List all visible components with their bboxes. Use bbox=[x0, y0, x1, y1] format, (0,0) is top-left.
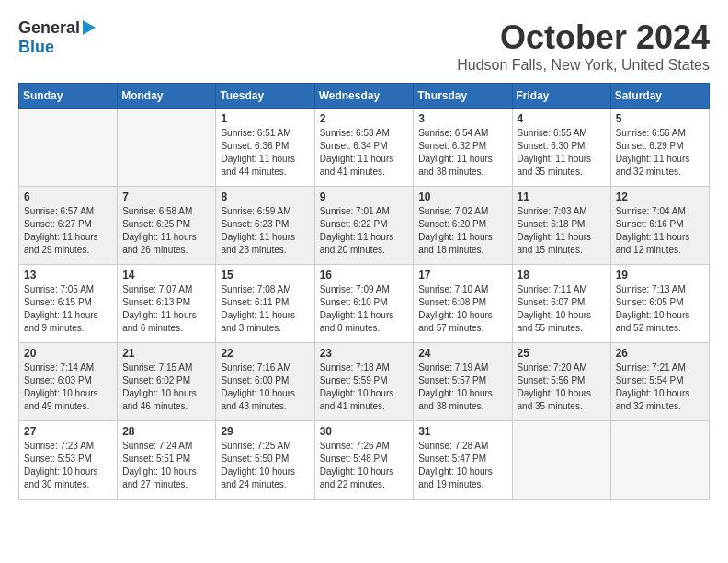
calendar-cell: 9Sunrise: 7:01 AMSunset: 6:22 PMDaylight… bbox=[314, 187, 414, 265]
daylight-text: Daylight: 10 hours and 43 minutes. bbox=[221, 387, 309, 413]
calendar-cell: 18Sunrise: 7:11 AMSunset: 6:07 PMDayligh… bbox=[512, 265, 610, 343]
calendar-cell: 8Sunrise: 6:59 AMSunset: 6:23 PMDaylight… bbox=[216, 187, 314, 265]
daylight-text: Daylight: 11 hours and 26 minutes. bbox=[122, 231, 210, 257]
day-info: Sunrise: 7:03 AMSunset: 6:18 PMDaylight:… bbox=[518, 205, 606, 257]
calendar-cell bbox=[118, 109, 216, 187]
day-info: Sunrise: 6:57 AMSunset: 6:27 PMDaylight:… bbox=[24, 205, 112, 257]
calendar-week-row: 6Sunrise: 6:57 AMSunset: 6:27 PMDaylight… bbox=[19, 187, 710, 265]
day-number: 6 bbox=[24, 190, 112, 203]
day-number: 13 bbox=[24, 269, 112, 282]
day-number: 30 bbox=[320, 425, 409, 438]
day-number: 31 bbox=[418, 425, 506, 438]
day-number: 4 bbox=[518, 112, 606, 125]
day-number: 3 bbox=[418, 112, 506, 125]
day-info: Sunrise: 7:20 AMSunset: 5:56 PMDaylight:… bbox=[518, 362, 606, 413]
calendar-cell: 13Sunrise: 7:05 AMSunset: 6:15 PMDayligh… bbox=[19, 265, 118, 343]
sunrise-text: Sunrise: 6:57 AM bbox=[24, 205, 112, 218]
daylight-text: Daylight: 10 hours and 32 minutes. bbox=[616, 387, 704, 413]
calendar-table: SundayMondayTuesdayWednesdayThursdayFrid… bbox=[18, 83, 710, 500]
calendar-cell: 30Sunrise: 7:26 AMSunset: 5:48 PMDayligh… bbox=[314, 421, 414, 500]
daylight-text: Daylight: 10 hours and 41 minutes. bbox=[320, 387, 409, 413]
sunrise-text: Sunrise: 6:54 AM bbox=[418, 127, 506, 140]
day-info: Sunrise: 7:02 AMSunset: 6:20 PMDaylight:… bbox=[418, 205, 506, 257]
daylight-text: Daylight: 11 hours and 0 minutes. bbox=[320, 309, 409, 335]
day-info: Sunrise: 6:53 AMSunset: 6:34 PMDaylight:… bbox=[320, 127, 409, 178]
day-info: Sunrise: 7:26 AMSunset: 5:48 PMDaylight:… bbox=[320, 440, 409, 491]
day-number: 5 bbox=[616, 112, 704, 125]
day-info: Sunrise: 6:56 AMSunset: 6:29 PMDaylight:… bbox=[616, 127, 704, 178]
day-number: 19 bbox=[616, 269, 704, 282]
sunrise-text: Sunrise: 6:56 AM bbox=[616, 127, 704, 140]
sunrise-text: Sunrise: 7:01 AM bbox=[320, 205, 409, 218]
day-number: 17 bbox=[418, 269, 506, 282]
day-info: Sunrise: 7:24 AMSunset: 5:51 PMDaylight:… bbox=[122, 440, 210, 491]
sunrise-text: Sunrise: 7:08 AM bbox=[221, 283, 309, 296]
sunrise-text: Sunrise: 7:07 AM bbox=[122, 283, 210, 296]
daylight-text: Daylight: 11 hours and 41 minutes. bbox=[320, 153, 409, 178]
sunrise-text: Sunrise: 7:09 AM bbox=[320, 283, 409, 296]
sunrise-text: Sunrise: 6:53 AM bbox=[320, 127, 409, 140]
calendar-week-row: 20Sunrise: 7:14 AMSunset: 6:03 PMDayligh… bbox=[19, 343, 710, 421]
sunrise-text: Sunrise: 7:20 AM bbox=[518, 362, 606, 374]
sunset-text: Sunset: 6:27 PM bbox=[24, 218, 112, 231]
logo-general-text: General bbox=[18, 18, 80, 38]
calendar-cell: 23Sunrise: 7:18 AMSunset: 5:59 PMDayligh… bbox=[314, 343, 414, 421]
daylight-text: Daylight: 10 hours and 30 minutes. bbox=[24, 465, 112, 491]
day-info: Sunrise: 7:14 AMSunset: 6:03 PMDaylight:… bbox=[24, 362, 112, 413]
daylight-text: Daylight: 10 hours and 19 minutes. bbox=[418, 465, 506, 491]
daylight-text: Daylight: 10 hours and 24 minutes. bbox=[221, 465, 309, 491]
calendar-cell: 11Sunrise: 7:03 AMSunset: 6:18 PMDayligh… bbox=[512, 187, 610, 265]
sunset-text: Sunset: 6:22 PM bbox=[320, 218, 409, 231]
day-number: 25 bbox=[518, 347, 606, 360]
daylight-text: Daylight: 11 hours and 15 minutes. bbox=[518, 231, 606, 257]
calendar-cell: 26Sunrise: 7:21 AMSunset: 5:54 PMDayligh… bbox=[610, 343, 709, 421]
calendar-header-saturday: Saturday bbox=[610, 84, 709, 109]
calendar-header-friday: Friday bbox=[512, 84, 610, 109]
calendar-cell: 2Sunrise: 6:53 AMSunset: 6:34 PMDaylight… bbox=[314, 109, 414, 187]
day-info: Sunrise: 7:21 AMSunset: 5:54 PMDaylight:… bbox=[616, 362, 704, 413]
daylight-text: Daylight: 11 hours and 29 minutes. bbox=[24, 231, 112, 257]
daylight-text: Daylight: 11 hours and 3 minutes. bbox=[221, 309, 309, 335]
calendar-cell: 19Sunrise: 7:13 AMSunset: 6:05 PMDayligh… bbox=[610, 265, 709, 343]
sunset-text: Sunset: 5:47 PM bbox=[418, 453, 506, 465]
sunrise-text: Sunrise: 6:51 AM bbox=[221, 127, 309, 140]
calendar-header-row: SundayMondayTuesdayWednesdayThursdayFrid… bbox=[19, 84, 710, 109]
calendar-cell: 17Sunrise: 7:10 AMSunset: 6:08 PMDayligh… bbox=[414, 265, 512, 343]
day-number: 11 bbox=[518, 190, 606, 203]
day-info: Sunrise: 7:10 AMSunset: 6:08 PMDaylight:… bbox=[418, 283, 506, 335]
day-info: Sunrise: 7:28 AMSunset: 5:47 PMDaylight:… bbox=[418, 440, 506, 491]
calendar-week-row: 27Sunrise: 7:23 AMSunset: 5:53 PMDayligh… bbox=[19, 421, 710, 500]
location-subtitle: Hudson Falls, New York, United States bbox=[457, 57, 710, 74]
sunset-text: Sunset: 6:32 PM bbox=[418, 140, 506, 153]
day-info: Sunrise: 7:15 AMSunset: 6:02 PMDaylight:… bbox=[122, 362, 210, 413]
sunset-text: Sunset: 6:15 PM bbox=[24, 296, 112, 309]
daylight-text: Daylight: 10 hours and 38 minutes. bbox=[418, 387, 506, 413]
calendar-week-row: 13Sunrise: 7:05 AMSunset: 6:15 PMDayligh… bbox=[19, 265, 710, 343]
calendar-cell bbox=[512, 421, 610, 500]
sunset-text: Sunset: 6:00 PM bbox=[221, 374, 309, 387]
daylight-text: Daylight: 10 hours and 27 minutes. bbox=[122, 465, 210, 491]
day-number: 28 bbox=[122, 425, 210, 438]
calendar-cell: 14Sunrise: 7:07 AMSunset: 6:13 PMDayligh… bbox=[118, 265, 216, 343]
sunset-text: Sunset: 6:11 PM bbox=[221, 296, 309, 309]
sunset-text: Sunset: 5:59 PM bbox=[320, 374, 409, 387]
day-info: Sunrise: 7:18 AMSunset: 5:59 PMDaylight:… bbox=[320, 362, 409, 413]
day-number: 20 bbox=[24, 347, 112, 360]
calendar-cell: 12Sunrise: 7:04 AMSunset: 6:16 PMDayligh… bbox=[610, 187, 709, 265]
daylight-text: Daylight: 10 hours and 22 minutes. bbox=[320, 465, 409, 491]
sunset-text: Sunset: 5:53 PM bbox=[24, 453, 112, 465]
page-header: General Blue October 2024 Hudson Falls, … bbox=[18, 18, 710, 74]
sunset-text: Sunset: 6:03 PM bbox=[24, 374, 112, 387]
day-number: 16 bbox=[320, 269, 409, 282]
day-info: Sunrise: 6:54 AMSunset: 6:32 PMDaylight:… bbox=[418, 127, 506, 178]
sunrise-text: Sunrise: 7:14 AM bbox=[24, 362, 112, 374]
sunrise-text: Sunrise: 7:25 AM bbox=[221, 440, 309, 453]
calendar-cell: 20Sunrise: 7:14 AMSunset: 6:03 PMDayligh… bbox=[19, 343, 118, 421]
daylight-text: Daylight: 10 hours and 55 minutes. bbox=[518, 309, 606, 335]
calendar-cell bbox=[19, 109, 118, 187]
day-info: Sunrise: 7:23 AMSunset: 5:53 PMDaylight:… bbox=[24, 440, 112, 491]
day-number: 1 bbox=[221, 112, 309, 125]
day-number: 18 bbox=[518, 269, 606, 282]
day-number: 12 bbox=[616, 190, 704, 203]
daylight-text: Daylight: 10 hours and 52 minutes. bbox=[616, 309, 704, 335]
